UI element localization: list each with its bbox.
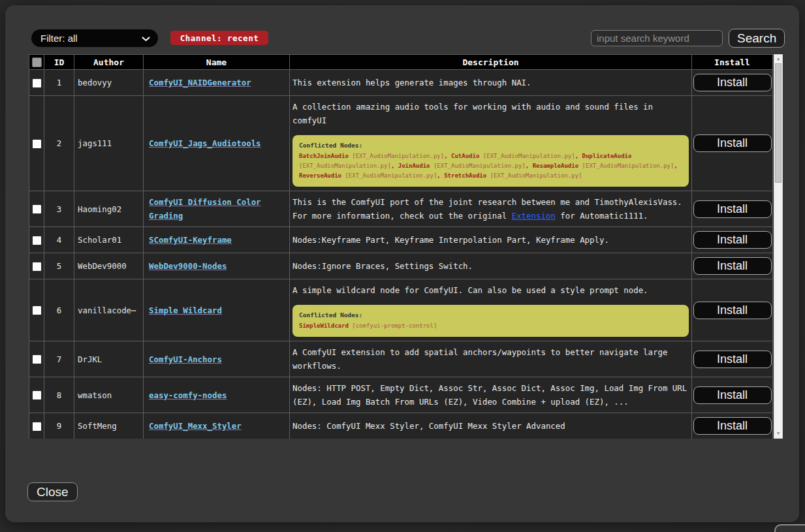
extension-name-link[interactable]: ComfyUI_Jags_Audiotools <box>149 138 261 148</box>
install-button[interactable]: Install <box>693 134 772 152</box>
conflicted-node: SimpleWildcard [comfyui-prompt-control] <box>299 322 437 329</box>
header-id: ID <box>44 55 74 70</box>
install-button[interactable]: Install <box>693 351 772 368</box>
row-checkbox[interactable] <box>32 139 42 149</box>
manager-dialog: Filter: all Channel: recent Search ID Au… <box>5 5 799 522</box>
conflicted-node: ResampleAudio [EXT_AudioManipulation.py]… <box>533 163 678 169</box>
conflicted-nodes-list: BatchJoinAudio [EXT_AudioManipulation.py… <box>299 151 682 181</box>
conflicted-node: JoinAudio [EXT_AudioManipulation.py], <box>398 163 533 169</box>
table-row: 7 DrJKL ComfyUI-Anchors A ComfyUI extens… <box>29 341 773 377</box>
description-segment: Nodes:Ignore Braces, Settings Switch. <box>292 261 473 271</box>
row-checkbox[interactable] <box>32 204 42 214</box>
table-scrollbar[interactable]: ▲ ▼ <box>774 54 783 439</box>
row-install-cell: Install <box>692 341 773 377</box>
row-description-cell: This extension helps generate images thr… <box>290 70 692 96</box>
extension-name-link[interactable]: ComfyUI_NAIDGenerator <box>149 78 251 87</box>
conflicted-node-file: [EXT_AudioManipulation.py] <box>578 163 674 169</box>
channel-badge: Channel: recent <box>170 31 268 45</box>
row-author: Scholar01 <box>74 227 144 253</box>
row-checkbox[interactable] <box>32 305 42 315</box>
table-header-row: ID Author Name Description Install <box>29 55 773 70</box>
extension-name-link[interactable]: Simple Wildcard <box>149 305 222 315</box>
conflicted-node-file: [EXT_AudioManipulation.py] <box>486 172 582 179</box>
row-author: jags111 <box>74 96 144 191</box>
extension-name-link[interactable]: WebDev9000-Nodes <box>149 261 227 271</box>
close-button[interactable]: Close <box>27 482 78 501</box>
description-text: Nodes:Keyframe Part, Keyframe Interpolat… <box>292 233 689 247</box>
conflicted-node-name: StretchAudio <box>444 172 486 179</box>
conflicted-nodes-box: Conflicted Nodes: BatchJoinAudio [EXT_Au… <box>292 135 689 187</box>
install-button[interactable]: Install <box>693 74 772 91</box>
description-text: A simple wildcard node for ComfyUI. Can … <box>292 283 689 297</box>
row-checkbox[interactable] <box>32 262 42 272</box>
table-row: 4 Scholar01 SComfyUI-Keyframe Nodes:Keyf… <box>29 227 773 253</box>
scrollbar-up-arrow[interactable]: ▲ <box>774 55 782 63</box>
row-id: 5 <box>44 253 74 279</box>
row-checkbox[interactable] <box>32 78 42 88</box>
header-install: Install <box>692 55 773 70</box>
extension-name-link[interactable]: ComfyUI Diffusion Color Grading <box>149 197 261 221</box>
conflicted-nodes-title: Conflicted Nodes: <box>299 141 682 150</box>
row-id: 2 <box>44 96 74 191</box>
row-checkbox[interactable] <box>32 390 42 400</box>
install-button[interactable]: Install <box>693 417 772 435</box>
description-segment: Nodes: HTTP POST, Empty Dict, Assoc Str,… <box>292 383 687 407</box>
row-checkbox-cell <box>29 227 44 253</box>
separator: , <box>526 163 533 169</box>
row-install-cell: Install <box>692 253 773 279</box>
row-author: Haoming02 <box>74 191 144 227</box>
select-all-checkbox[interactable] <box>32 57 42 67</box>
row-checkbox-cell <box>29 341 44 377</box>
row-checkbox[interactable] <box>32 422 42 431</box>
table-row: 6 vanillacode⋯ Simple Wildcard A simple … <box>29 279 773 341</box>
row-author: bedovyy <box>74 70 144 96</box>
conflicted-nodes-title: Conflicted Nodes: <box>299 311 682 320</box>
extension-name-link[interactable]: ComfyUI-Anchors <box>149 354 222 364</box>
table-row: 2 jags111 ComfyUI_Jags_Audiotools A coll… <box>29 96 773 191</box>
separator: , <box>391 163 398 169</box>
node-list-container: ID Author Name Description Install 1 bed… <box>29 54 786 439</box>
conflicted-nodes-box: Conflicted Nodes: SimpleWildcard [comfyu… <box>292 305 689 337</box>
scrollbar-down-arrow[interactable]: ▼ <box>774 430 782 438</box>
row-checkbox-cell <box>29 279 44 341</box>
row-description-cell: Nodes:Ignore Braces, Settings Switch. <box>290 253 692 279</box>
custom-node-table: ID Author Name Description Install 1 bed… <box>29 54 773 439</box>
description-text: Nodes:Ignore Braces, Settings Switch. <box>292 259 689 273</box>
filter-select[interactable]: Filter: all <box>31 29 158 47</box>
install-button[interactable]: Install <box>693 257 772 275</box>
row-name-cell: Simple Wildcard <box>144 279 290 341</box>
conflicted-node: BatchJoinAudio [EXT_AudioManipulation.py… <box>299 153 451 159</box>
conflicted-node-name: SimpleWildcard <box>299 322 349 329</box>
row-checkbox[interactable] <box>32 236 42 245</box>
install-button[interactable]: Install <box>693 302 772 319</box>
extension-name-link[interactable]: ComfyUI_Mexx_Styler <box>149 421 242 431</box>
search-input[interactable] <box>591 30 723 46</box>
row-install-cell: Install <box>692 191 773 227</box>
description-segment: A collection amazing audio tools for wor… <box>292 102 653 125</box>
row-description-cell: Nodes: HTTP POST, Empty Dict, Assoc Str,… <box>290 377 692 413</box>
table-row: 5 WebDev9000 WebDev9000-Nodes Nodes:Igno… <box>29 253 773 279</box>
description-segment: Nodes: ComfyUI Mexx Styler, ComfyUI Mexx… <box>292 421 565 431</box>
row-author: WebDev9000 <box>74 253 144 279</box>
header-checkbox-cell <box>29 55 44 70</box>
separator: , <box>437 172 444 179</box>
extension-name-link[interactable]: easy-comfy-nodes <box>149 390 227 400</box>
separator: , <box>674 163 677 169</box>
install-button[interactable]: Install <box>693 386 772 404</box>
extension-name-link[interactable]: SComfyUI-Keyframe <box>149 235 232 245</box>
description-text: Nodes: ComfyUI Mexx Styler, ComfyUI Mexx… <box>292 419 689 433</box>
description-link[interactable]: Extension <box>512 211 556 221</box>
conflicted-node-file: [EXT_AudioManipulation.py] <box>479 153 575 159</box>
table-body: 1 bedovyy ComfyUI_NAIDGenerator This ext… <box>29 70 773 439</box>
row-name-cell: SComfyUI-Keyframe <box>144 227 290 253</box>
row-name-cell: ComfyUI Diffusion Color Grading <box>144 191 290 227</box>
description-segment: This extension helps generate images thr… <box>292 78 531 87</box>
scrollbar-thumb[interactable] <box>775 63 781 183</box>
row-checkbox[interactable] <box>32 354 42 364</box>
install-button[interactable]: Install <box>693 231 772 249</box>
conflicted-node-name: BatchJoinAudio <box>299 153 349 159</box>
row-description-cell: A collection amazing audio tools for wor… <box>290 96 692 191</box>
row-id: 9 <box>44 413 74 439</box>
search-button[interactable]: Search <box>729 29 785 48</box>
install-button[interactable]: Install <box>693 200 772 218</box>
